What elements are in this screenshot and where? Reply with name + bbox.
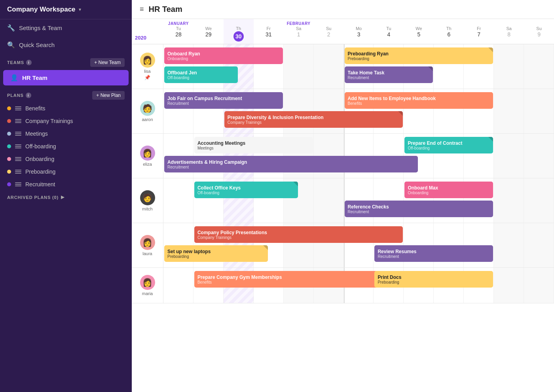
events-area-maria: Prepare Company Gym MembershipsBenefitsP… (163, 268, 554, 303)
task-collect-office-keys[interactable]: Collect Office KeysOff-boarding (194, 182, 298, 198)
task-subtitle: Benefits (197, 280, 385, 284)
chevron-down-icon: ▾ (79, 7, 81, 12)
task-onboard-max[interactable]: Onboard MaxOnboarding (404, 182, 493, 198)
task-print-docs[interactable]: Print DocsPreboarding (374, 271, 493, 288)
cal-header-day-3: . Mo 3 (344, 19, 374, 44)
sidebar: Company Workspace ▾ 🔧 Settings & Team 🔍 … (0, 0, 132, 392)
events-area-aaron: Job Fair on Campus RecruitmentRecruitmen… (163, 89, 554, 133)
page-title: HR Team (149, 5, 182, 14)
task-subtitle: Preboarding (167, 254, 265, 259)
menu-icon[interactable]: ≡ (140, 5, 144, 13)
events-area-eliza: Accounting MeetingsMeetingsPrepare End o… (163, 134, 554, 178)
day-num: 29 (205, 31, 212, 38)
plan-dot (7, 132, 11, 136)
new-plan-button[interactable]: + New Plan (92, 91, 125, 100)
sidebar-plan-preboarding[interactable]: Preboarding (0, 165, 132, 178)
sidebar-plan-company-trainings[interactable]: Company Trainings (0, 115, 132, 127)
task-subtitle: Preboarding (378, 280, 490, 284)
workspace-header[interactable]: Company Workspace ▾ (0, 0, 132, 19)
sidebar-plan-recruitment[interactable]: Recruitment (0, 178, 132, 191)
person-cell-laura: 👩laura (132, 223, 163, 267)
sidebar-plan-benefits[interactable]: Benefits (0, 102, 132, 115)
plan-name: Preboarding (25, 169, 55, 175)
task-subtitle: Off-boarding (197, 191, 295, 195)
archived-label: ARCHIVED PLANS (0) (7, 195, 59, 200)
plans-label: PLANS i (7, 93, 31, 98)
calendar-wrapper: 2020 JANUARY Tu 28 . We 29 . Th 30 . Fr … (132, 19, 554, 392)
teams-info-icon[interactable]: i (26, 60, 32, 65)
task-add-new-items-to-emp[interactable]: Add New Items to Employee HandbookBenefi… (345, 92, 493, 109)
avatar-aaron: 🧑 (140, 101, 155, 116)
task-job-fair-on-campus-r[interactable]: Job Fair on Campus RecruitmentRecruitmen… (164, 92, 283, 109)
task-subtitle: Company Trainings (228, 120, 400, 125)
task-prepare-diversity-&-[interactable]: Prepare Diversity & Inclusion Presentati… (224, 111, 403, 128)
cal-header-day-28: JANUARY Tu 28 (163, 19, 194, 44)
plan-dot (7, 144, 11, 148)
sidebar-plan-off-boarding[interactable]: Off-boarding (0, 140, 132, 153)
person-name-laura: laura (142, 251, 152, 256)
plan-lines-icon (15, 170, 21, 174)
sidebar-plan-meetings[interactable]: Meetings (0, 127, 132, 140)
cal-header-day-9: . Su 9 (524, 19, 554, 44)
person-name-mitch: mitch (142, 206, 152, 211)
task-subtitle: Off-boarding (408, 146, 490, 150)
day-num: 1 (297, 31, 300, 38)
sidebar-item-search[interactable]: 🔍 Quick Search (0, 36, 132, 53)
search-icon: 🔍 (7, 41, 15, 49)
new-team-button[interactable]: + New Team (90, 58, 125, 67)
team-name: HR Team (22, 74, 47, 81)
cal-header-day-7: . Fr 7 (464, 19, 494, 44)
person-row-mitch: 🧑mitchCollect Office KeysOff-boardingOnb… (132, 178, 554, 223)
task-offboard-jen[interactable]: Offboard JenOff-boarding (164, 66, 238, 83)
task-subtitle: Recruitment (348, 210, 490, 214)
sidebar-item-settings[interactable]: 🔧 Settings & Team (0, 19, 132, 36)
quick-search-label: Quick Search (19, 42, 55, 48)
task-subtitle: Recruitment (378, 254, 490, 259)
person-row-lisa: 👩lisa📌Onboard RyanOnboardingPreboarding … (132, 44, 554, 89)
task-prepare-company-gym-[interactable]: Prepare Company Gym MembershipsBenefits (194, 271, 388, 288)
task-title: Advertisements & Hiring Campaign (167, 159, 415, 165)
task-advertisements-&-hir[interactable]: Advertisements & Hiring CampaignRecruitm… (164, 156, 418, 172)
cal-header-day-30: . Th 30 (224, 19, 254, 44)
pin-icon: 📌 (144, 75, 150, 80)
wrench-icon: 🔧 (7, 24, 15, 32)
task-prepare-end-of-contr[interactable]: Prepare End of ContractOff-boarding (404, 137, 493, 153)
day-num: 31 (266, 31, 272, 38)
task-subtitle: Off-boarding (167, 76, 235, 80)
task-preboarding-ryan[interactable]: Preboarding RyanPreboarding (345, 47, 493, 64)
day-num: 4 (387, 31, 391, 38)
task-take-home-task[interactable]: Take Home TaskRecruitment (345, 66, 433, 83)
calendar-body[interactable]: 👩lisa📌Onboard RyanOnboardingPreboarding … (132, 44, 554, 392)
archived-plans[interactable]: ARCHIVED PLANS (0) ▶ (0, 191, 132, 204)
task-set-up-new-laptops[interactable]: Set up new laptopsPreboarding (164, 245, 268, 262)
plan-name: Benefits (25, 105, 46, 112)
plan-dot (7, 170, 11, 174)
plan-lines-icon (15, 106, 21, 110)
plans-info-icon[interactable]: i (26, 93, 31, 98)
plan-name: Off-boarding (25, 143, 56, 150)
teams-label: TEAMS i (7, 60, 32, 65)
task-subtitle: Preboarding (348, 57, 490, 61)
team-item-hr[interactable]: 👤 HR Team (3, 70, 129, 85)
avatar-laura: 👩 (140, 235, 155, 250)
cal-header-day-6: . Th 6 (434, 19, 464, 44)
task-title: Company Policy Presentations (197, 230, 400, 235)
person-name-lisa: lisa (144, 69, 151, 74)
task-accounting-meetings[interactable]: Accounting MeetingsMeetings (194, 137, 313, 153)
today-num: 30 (233, 31, 244, 42)
task-review-resumes[interactable]: Review ResumesRecruitment (374, 245, 493, 262)
task-title: Offboard Jen (167, 70, 235, 76)
calendar-header: 2020 JANUARY Tu 28 . We 29 . Th 30 . Fr … (132, 19, 554, 44)
plan-lines-icon (15, 144, 21, 148)
task-reference-checks[interactable]: Reference ChecksRecruitment (345, 201, 493, 217)
task-company-policy-prese[interactable]: Company Policy PresentationsCompany Trai… (194, 226, 403, 243)
topbar: ≡ HR Team (132, 0, 554, 19)
sidebar-plan-onboarding[interactable]: Onboarding (0, 153, 132, 165)
day-num: 7 (477, 31, 480, 38)
task-title: Onboard Max (408, 185, 490, 191)
task-subtitle: Recruitment (167, 101, 280, 106)
task-subtitle: Recruitment (348, 76, 430, 80)
task-title: Add New Items to Employee Handbook (348, 96, 490, 101)
task-onboard-ryan[interactable]: Onboard RyanOnboarding (164, 47, 283, 64)
person-cell-maria: 👩maria (132, 268, 163, 303)
